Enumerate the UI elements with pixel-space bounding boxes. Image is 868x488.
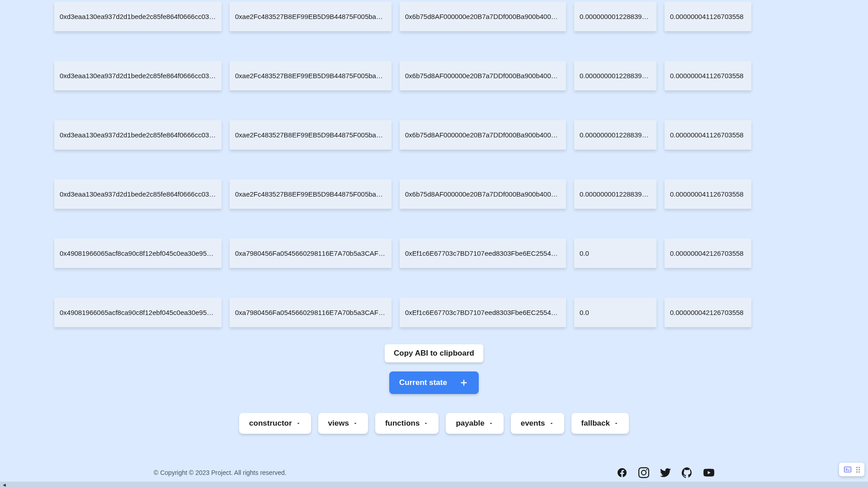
tx-hash-cell[interactable]: 0xd3eaa130ea937d2d1bede2c85fe864f0666cc0… bbox=[54, 179, 222, 209]
category-label: views bbox=[328, 419, 349, 428]
to-address-cell[interactable]: 0xEf1c6E67703c7BD7107eed8303Fbe6EC2554BF… bbox=[400, 298, 566, 327]
back-arrow-icon[interactable]: ◄ bbox=[2, 482, 7, 488]
value-cell: 0.0 bbox=[574, 298, 656, 327]
current-state-button[interactable]: Current state bbox=[389, 371, 479, 394]
value-cell: 0.000000001228839257 bbox=[574, 2, 656, 31]
gas-cell: 0.000000041126703558 bbox=[665, 61, 751, 90]
to-address-cell[interactable]: 0x6b75d8AF000000e20B7a7DDf000Ba900b4009A… bbox=[400, 2, 566, 31]
from-address-cell[interactable]: 0xae2Fc483527B8EF99EB5D9B44875F005ba1FaE… bbox=[230, 2, 392, 31]
to-address-cell[interactable]: 0x6b75d8AF000000e20B7a7DDf000Ba900b4009A… bbox=[400, 120, 566, 150]
dev-toolbar-widget[interactable] bbox=[839, 463, 864, 476]
value-cell: 0.000000001228839257 bbox=[574, 61, 656, 90]
twitter-icon[interactable] bbox=[660, 467, 671, 478]
table-row: 0xd3eaa130ea937d2d1bede2c85fe864f0666cc0… bbox=[54, 179, 814, 209]
transactions-table: 0xd3eaa130ea937d2d1bede2c85fe864f0666cc0… bbox=[54, 2, 814, 327]
to-address-cell[interactable]: 0x6b75d8AF000000e20B7a7DDf000Ba900b4009A… bbox=[400, 179, 566, 209]
category-label: fallback bbox=[581, 419, 610, 428]
bottom-nav-bar: ◄ bbox=[0, 482, 868, 488]
category-constructor[interactable]: constructor bbox=[239, 413, 311, 434]
svg-rect-2 bbox=[844, 467, 851, 472]
chevron-down-icon bbox=[549, 421, 554, 426]
drag-handle-icon[interactable] bbox=[856, 467, 860, 473]
value-cell: 0.000000001228839257 bbox=[574, 120, 656, 150]
from-address-cell[interactable]: 0xae2Fc483527B8EF99EB5D9B44875F005ba1FaE… bbox=[230, 179, 392, 209]
table-row: 0xd3eaa130ea937d2d1bede2c85fe864f0666cc0… bbox=[54, 2, 814, 31]
social-icons bbox=[617, 467, 714, 478]
youtube-icon[interactable] bbox=[703, 467, 714, 478]
category-fallback[interactable]: fallback bbox=[571, 413, 629, 434]
gas-cell: 0.000000042126703558 bbox=[665, 239, 751, 268]
chevron-down-icon bbox=[613, 421, 619, 426]
chevron-down-icon bbox=[296, 421, 301, 426]
table-row: 0x49081966065acf8ca90c8f12ebf045c0ea30e9… bbox=[54, 298, 814, 327]
category-functions[interactable]: functions bbox=[375, 413, 439, 434]
category-label: payable bbox=[456, 419, 484, 428]
copy-abi-button[interactable]: Copy ABI to clipboard bbox=[385, 344, 483, 362]
footer: © Copyright © 2023 Project. All rights r… bbox=[0, 467, 868, 478]
gas-cell: 0.000000041126703558 bbox=[665, 2, 751, 31]
category-events[interactable]: events bbox=[511, 413, 564, 434]
category-label: constructor bbox=[249, 419, 292, 428]
terminal-icon bbox=[844, 465, 852, 474]
value-cell: 0.0 bbox=[574, 239, 656, 268]
category-label: functions bbox=[385, 419, 420, 428]
instagram-icon[interactable] bbox=[638, 467, 649, 478]
table-row: 0xd3eaa130ea937d2d1bede2c85fe864f0666cc0… bbox=[54, 120, 814, 150]
facebook-icon[interactable] bbox=[617, 467, 627, 478]
tx-hash-cell[interactable]: 0x49081966065acf8ca90c8f12ebf045c0ea30e9… bbox=[54, 298, 222, 327]
table-row: 0xd3eaa130ea937d2d1bede2c85fe864f0666cc0… bbox=[54, 61, 814, 90]
github-icon[interactable] bbox=[682, 467, 693, 478]
from-address-cell[interactable]: 0xae2Fc483527B8EF99EB5D9B44875F005ba1FaE… bbox=[230, 61, 392, 90]
category-views[interactable]: views bbox=[318, 413, 368, 434]
tx-hash-cell[interactable]: 0xd3eaa130ea937d2d1bede2c85fe864f0666cc0… bbox=[54, 61, 222, 90]
gas-cell: 0.000000042126703558 bbox=[665, 298, 751, 327]
to-address-cell[interactable]: 0xEf1c6E67703c7BD7107eed8303Fbe6EC2554BF… bbox=[400, 239, 566, 268]
to-address-cell[interactable]: 0x6b75d8AF000000e20B7a7DDf000Ba900b4009A… bbox=[400, 61, 566, 90]
gas-cell: 0.000000041126703558 bbox=[665, 179, 751, 209]
chevron-down-icon bbox=[488, 421, 494, 426]
chevron-down-icon bbox=[423, 421, 429, 426]
current-state-label: Current state bbox=[399, 378, 447, 387]
table-row: 0x49081966065acf8ca90c8f12ebf045c0ea30e9… bbox=[54, 239, 814, 268]
gas-cell: 0.000000041126703558 bbox=[665, 120, 751, 150]
from-address-cell[interactable]: 0xa7980456Fa0545660298116E7A70b5a3CAFBc4… bbox=[230, 239, 392, 268]
copyright-text: © Copyright © 2023 Project. All rights r… bbox=[154, 469, 287, 476]
value-cell: 0.000000001228839257 bbox=[574, 179, 656, 209]
category-label: events bbox=[521, 419, 545, 428]
tx-hash-cell[interactable]: 0x49081966065acf8ca90c8f12ebf045c0ea30e9… bbox=[54, 239, 222, 268]
category-row: constructor views functions payable bbox=[239, 413, 629, 434]
category-payable[interactable]: payable bbox=[446, 413, 503, 434]
tx-hash-cell[interactable]: 0xd3eaa130ea937d2d1bede2c85fe864f0666cc0… bbox=[54, 120, 222, 150]
tx-hash-cell[interactable]: 0xd3eaa130ea937d2d1bede2c85fe864f0666cc0… bbox=[54, 2, 222, 31]
plus-icon bbox=[459, 378, 469, 388]
from-address-cell[interactable]: 0xa7980456Fa0545660298116E7A70b5a3CAFBc4… bbox=[230, 298, 392, 327]
chevron-down-icon bbox=[353, 421, 358, 426]
from-address-cell[interactable]: 0xae2Fc483527B8EF99EB5D9B44875F005ba1FaE… bbox=[230, 120, 392, 150]
